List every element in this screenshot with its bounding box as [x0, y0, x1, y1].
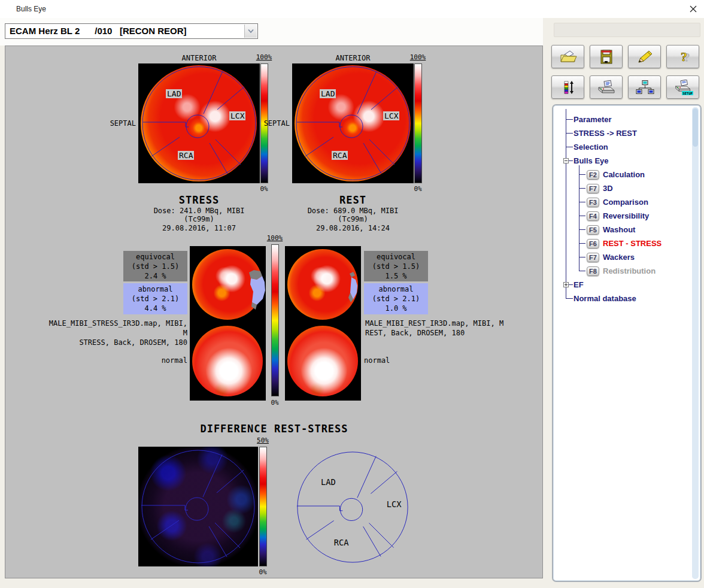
print-setup-button[interactable]: SETUP — [666, 75, 699, 99]
tree-item-redistribution[interactable]: F8Redistribution — [553, 264, 690, 278]
rest-caption: REST Dose: 689.0 MBq, MIBI (Tc99m) 29.08… — [292, 194, 414, 232]
title-bar: Bulls Eye — [0, 0, 704, 18]
tree-item-selection[interactable]: Selection — [553, 140, 690, 154]
print-button[interactable] — [590, 75, 623, 99]
fkey-badge: F8 — [587, 266, 599, 276]
function-tree: Parameter STRESS -> REST Selection Bulls… — [552, 104, 702, 582]
collapse-icon-bulls-eye[interactable] — [563, 158, 569, 163]
wireframe-lcx-label: LCX — [387, 499, 402, 509]
territory-wireframe: LAD LCX RCA — [294, 448, 411, 566]
tree-item-washout[interactable]: F5Washout — [553, 223, 690, 237]
tree-item-stress-rest[interactable]: STRESS -> REST — [553, 126, 690, 140]
print-setup-icon: SETUP — [673, 80, 693, 95]
stress-map-file: MALE_MIBI_STRESS_IR3D.map, MIBI, M — [41, 319, 187, 338]
network-icon — [635, 80, 655, 95]
tree-item-rest-stress[interactable]: F6REST - STRESS — [553, 237, 690, 250]
rest-scale-max: 100% — [401, 53, 435, 61]
difference-map — [138, 447, 258, 566]
open-button[interactable] — [551, 45, 584, 68]
stress-abnormal-box: abnormal (std > 2.1) 4.4 % — [123, 283, 187, 314]
stress-abnormal-threshold: (std > 2.1) — [123, 294, 187, 304]
edit-button[interactable] — [628, 45, 661, 68]
save-icon — [596, 49, 617, 65]
status-field — [554, 23, 700, 37]
rest-map-params: REST, Back, DROSEM, 180 — [365, 328, 515, 338]
study-selector-value: ECAM Herz BL 2 /010 [RECON REOR] — [10, 26, 187, 36]
rest-datetime: 29.08.2016, 14:24 — [292, 224, 414, 232]
tree-item-calculation[interactable]: F2Calculation — [553, 168, 690, 181]
chevron-down-icon — [247, 29, 254, 34]
fkey-badge: F7 — [587, 253, 599, 262]
stress-comparison-column — [190, 246, 266, 401]
rest-map-info: MALE_MIBI_REST_IR3D.map, MIBI, M REST, B… — [365, 319, 515, 338]
stress-anterior-label: ANTERIOR — [138, 54, 260, 62]
color-scale-icon — [558, 80, 578, 95]
expand-icon-ef[interactable] — [563, 282, 569, 287]
rest-color-scale — [414, 63, 422, 183]
help-button[interactable]: ? ? — [666, 45, 699, 68]
tree-item-parameter[interactable]: Parameter — [553, 113, 690, 126]
stress-lad-label: LAD — [166, 89, 182, 98]
stress-equivocal-threshold: (std > 1.5) — [123, 262, 187, 271]
stress-scale-min: 0% — [247, 185, 281, 193]
tree-item-ef[interactable]: EF — [553, 278, 690, 292]
tree-item-bulls-eye[interactable]: Bulls Eye — [553, 154, 690, 168]
tree-scrollbar-thumb[interactable] — [693, 108, 698, 147]
color-scale-button[interactable] — [551, 75, 584, 99]
rest-dose: Dose: 689.0 MBq, MIBI (Tc99m) — [292, 207, 414, 223]
tree-item-comparison[interactable]: F3Comparison — [553, 195, 690, 209]
tree-item-wackers[interactable]: F7Wackers — [553, 250, 690, 264]
rest-septal-label: SEPTAL — [248, 119, 290, 128]
tree-rows: Parameter STRESS -> REST Selection Bulls… — [553, 113, 690, 305]
fkey-badge: F2 — [587, 170, 599, 180]
stress-abnormal-title: abnormal — [123, 284, 187, 294]
stress-equivocal-value: 2.4 % — [123, 271, 187, 281]
rest-normal-label: normal — [364, 356, 412, 365]
stress-normal-label: normal — [139, 356, 187, 365]
rest-abnormal-threshold: (std > 2.1) — [364, 294, 428, 304]
study-selector-dropdown-button[interactable] — [244, 25, 257, 38]
rest-scale-min: 0% — [401, 185, 435, 193]
window-title: Bulls Eye — [16, 5, 46, 13]
rest-title: REST — [292, 194, 414, 206]
rest-abnormal-title: abnormal — [364, 284, 428, 294]
save-button[interactable] — [590, 45, 623, 68]
stress-datetime: 29.08.2016, 11:07 — [138, 224, 260, 232]
close-button[interactable] — [686, 2, 700, 16]
fkey-badge: F3 — [587, 198, 599, 207]
tree-item-3d[interactable]: F73D — [553, 181, 690, 195]
fkey-badge: F4 — [587, 211, 599, 221]
help-icon: ? ? — [673, 49, 693, 65]
rest-equivocal-title: equivocal — [364, 252, 428, 262]
wireframe-rca-label: RCA — [334, 538, 350, 547]
stress-lcx-label: LCX — [229, 111, 245, 120]
wireframe-lad-label: LAD — [321, 477, 336, 487]
tree-item-reversibility[interactable]: F4Reversibility — [553, 209, 690, 223]
fkey-badge: F7 — [587, 184, 599, 193]
stress-equivocal-title: equivocal — [123, 252, 187, 262]
open-folder-icon — [558, 49, 578, 65]
stress-equivocal-box: equivocal (std > 1.5) 2.4 % — [123, 251, 187, 281]
network-button[interactable] — [628, 75, 661, 99]
tree-scrollbar[interactable] — [692, 107, 699, 579]
stress-septal-label: SEPTAL — [94, 119, 136, 128]
stress-scale-max: 100% — [247, 53, 281, 61]
rest-defect-overlay — [285, 246, 361, 323]
svg-text:?: ? — [681, 49, 687, 64]
rest-equivocal-threshold: (std > 1.5) — [364, 262, 428, 271]
tree-item-normal-database[interactable]: Normal database — [553, 292, 690, 305]
rest-comparison-column — [285, 246, 361, 401]
setup-label: SETUP — [682, 91, 693, 95]
rest-equivocal-value: 1.5 % — [364, 271, 428, 281]
rest-territory-lines — [292, 63, 414, 183]
stress-defect-overlay — [190, 246, 266, 323]
stress-abnormal-value: 4.4 % — [123, 304, 187, 313]
study-selector[interactable]: ECAM Herz BL 2 /010 [RECON REOR] — [5, 23, 258, 39]
bulls-eye-window: Bulls Eye ECAM Herz BL 2 /010 [RECON REO… — [0, 0, 704, 588]
rest-anterior-label: ANTERIOR — [292, 54, 414, 62]
close-icon — [690, 5, 697, 13]
printer-icon — [596, 80, 617, 95]
stress-caption: STRESS Dose: 241.0 MBq, MIBI (Tc99m) 29.… — [138, 194, 260, 232]
rest-rca-label: RCA — [332, 151, 348, 160]
comparison-color-scale — [271, 244, 279, 396]
